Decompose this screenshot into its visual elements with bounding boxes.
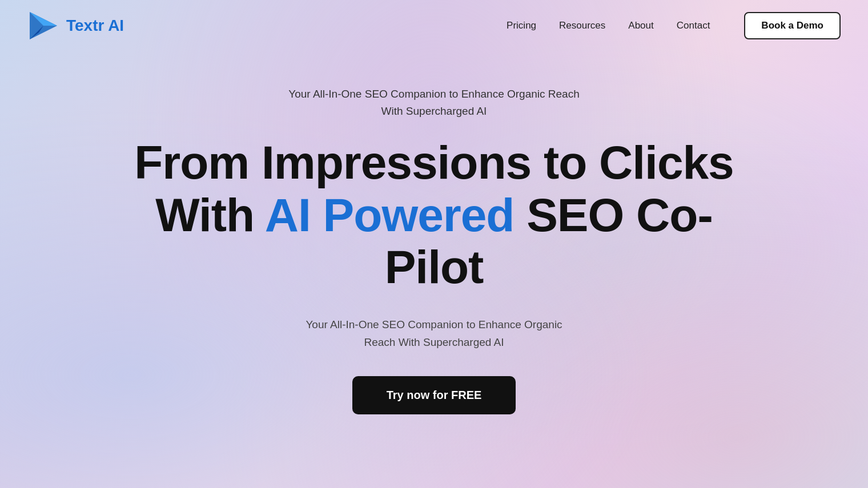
nav-about[interactable]: About: [628, 20, 653, 31]
hero-headline: From Impressions to Clicks With AI Power…: [120, 136, 748, 293]
nav-contact[interactable]: Contact: [677, 20, 710, 31]
nav-resources[interactable]: Resources: [559, 20, 605, 31]
brand-name: Textr AI: [66, 17, 124, 35]
hero-description: Your All-In-One SEO Companion to Enhance…: [306, 316, 562, 351]
navbar: Textr AI Pricing Resources About Contact…: [0, 0, 868, 51]
hero-section: Your All-In-One SEO Companion to Enhance…: [0, 51, 868, 449]
book-demo-button[interactable]: Book a Demo: [744, 12, 841, 39]
hero-subtitle-top: Your All-In-One SEO Companion to Enhance…: [288, 86, 579, 120]
nav-links: Pricing Resources About Contact: [507, 20, 710, 31]
nav-pricing[interactable]: Pricing: [507, 20, 536, 31]
try-free-button[interactable]: Try now for FREE: [352, 376, 516, 414]
logo-icon: [27, 10, 59, 42]
bottom-headline: Harnessing the Power of AI to Simplify Y…: [177, 483, 691, 488]
bottom-section: Harnessing the Power of AI to Simplify Y…: [0, 449, 868, 488]
logo-link[interactable]: Textr AI: [27, 10, 124, 42]
